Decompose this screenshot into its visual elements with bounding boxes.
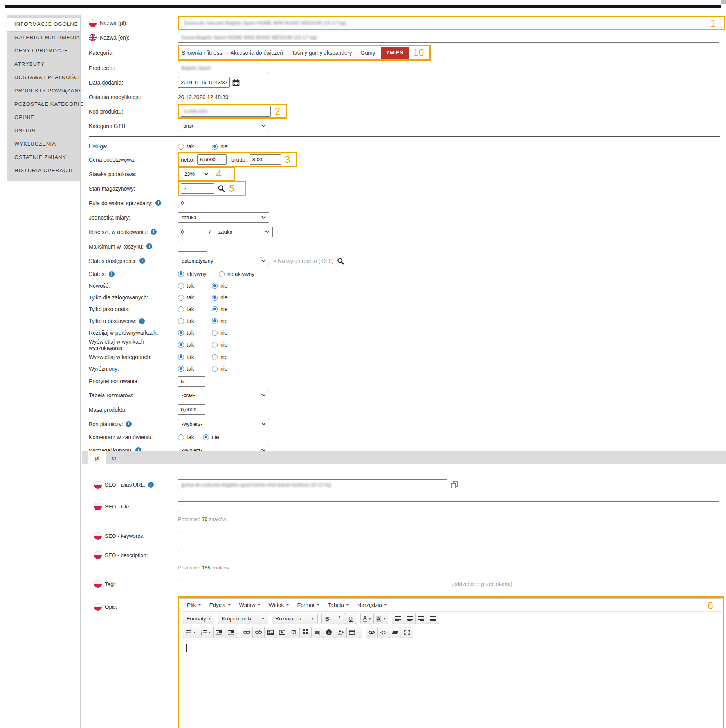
nazwa-en-input[interactable]: [178, 32, 719, 43]
nowosc-nie-radio[interactable]: [212, 283, 218, 289]
pula-input[interactable]: [178, 198, 205, 208]
blocks-grid-icon[interactable]: [299, 627, 312, 638]
stawka-select[interactable]: 23%: [181, 169, 212, 179]
align-right-icon[interactable]: [415, 613, 427, 624]
link-icon[interactable]: [241, 627, 253, 638]
sidebar-item-opinie[interactable]: OPINIE: [7, 111, 81, 124]
change-category-button[interactable]: ZMIEŃ: [381, 47, 409, 59]
editor-content-area[interactable]: [180, 639, 722, 728]
menu-format[interactable]: Format: [293, 599, 324, 612]
bold-button[interactable]: B: [321, 613, 333, 624]
status-dostepnosci-select[interactable]: automatyczny: [178, 256, 269, 266]
jednostka-select[interactable]: sztuka: [178, 212, 269, 223]
align-center-icon[interactable]: [404, 613, 416, 624]
producent-input[interactable]: [178, 63, 268, 73]
stan-input[interactable]: [181, 183, 214, 194]
sidebar-item-dostawa[interactable]: DOSTAWA I PŁATNOŚCI: [7, 71, 81, 84]
table-icon[interactable]: [346, 627, 362, 638]
seo-title-input[interactable]: [178, 501, 719, 512]
sidebar-item-wykluczenia[interactable]: WYKLUCZENIA: [7, 137, 81, 151]
scrollbar-thumb[interactable]: [721, 0, 726, 4]
info-icon[interactable]: i: [148, 482, 154, 488]
availability-search-icon[interactable]: [337, 258, 344, 265]
masa-input[interactable]: [178, 404, 205, 415]
underline-button[interactable]: U: [345, 613, 357, 624]
sidebar-item-atrybuty[interactable]: ATRYBUTY: [7, 58, 81, 71]
seo-description-input[interactable]: [178, 550, 719, 560]
brutto-input[interactable]: [250, 154, 281, 165]
info-icon[interactable]: i: [139, 258, 145, 264]
gratis-nie-radio[interactable]: [212, 306, 218, 312]
info-icon[interactable]: i: [126, 421, 132, 427]
seo-alias-input[interactable]: [178, 479, 447, 490]
menu-narzedzia[interactable]: Narzędzia: [353, 599, 391, 612]
rozbijaj-nie-radio[interactable]: [212, 330, 218, 336]
ilosc-input[interactable]: [178, 227, 205, 237]
bon-select[interactable]: -wybierz-: [178, 419, 269, 429]
wyniki-nie-radio[interactable]: [212, 342, 218, 348]
gratis-tak-radio[interactable]: [178, 306, 184, 312]
tagi-input[interactable]: [178, 579, 447, 589]
dostawcy-tak-radio[interactable]: [178, 318, 184, 324]
fullscreen-icon[interactable]: [401, 627, 413, 638]
usluga-nie-radio[interactable]: [212, 144, 218, 150]
priorytet-input[interactable]: [178, 376, 205, 387]
wyniki-tak-radio[interactable]: [178, 342, 184, 348]
numbered-list-icon[interactable]: 123: [198, 627, 214, 638]
tab-en[interactable]: en: [112, 455, 117, 461]
italic-button[interactable]: I: [333, 613, 345, 624]
calendar-icon[interactable]: [232, 79, 240, 86]
bullet-list-icon[interactable]: [183, 627, 198, 638]
status-nieaktywny-radio[interactable]: [219, 271, 225, 277]
kategorie-nie-radio[interactable]: [212, 354, 218, 360]
add-user-icon[interactable]: [335, 627, 347, 638]
copy-icon[interactable]: [450, 481, 458, 489]
komentarz-nie-radio[interactable]: [203, 434, 209, 440]
info-icon[interactable]: i: [139, 318, 145, 324]
zalogowani-tak-radio[interactable]: [178, 295, 184, 301]
kod-produktu-input[interactable]: [181, 106, 271, 117]
rozbijaj-tak-radio[interactable]: [178, 330, 184, 336]
eraser-icon[interactable]: [389, 627, 401, 638]
outdent-icon[interactable]: [213, 627, 225, 638]
menu-tabela[interactable]: Tabela: [324, 599, 353, 612]
sidebar-item-produkty-powiazane[interactable]: PRODUKTY POWIĄZANE: [7, 84, 81, 97]
nazwa-pl-input[interactable]: [181, 18, 722, 28]
kategorie-tak-radio[interactable]: [178, 354, 184, 360]
source-code-icon[interactable]: <>: [377, 627, 389, 638]
preview-eye-icon[interactable]: [366, 627, 378, 638]
menu-edycja[interactable]: Edycja: [205, 599, 235, 612]
sidebar-item-ceny[interactable]: CENY I PROMOCJE: [7, 44, 81, 58]
align-left-icon[interactable]: [392, 613, 404, 624]
info-icon[interactable]: i: [146, 243, 152, 249]
menu-wstaw[interactable]: Wstaw: [235, 599, 265, 612]
netto-input[interactable]: [197, 154, 227, 165]
seo-keywords-input[interactable]: [178, 531, 719, 541]
sidebar-item-historia-operacji[interactable]: HISTORIA OPERACJI: [7, 164, 81, 177]
sidebar-item-pozostale-kategorie[interactable]: POZOSTAŁE KATEGORIE: [7, 97, 81, 111]
formats-dropdown[interactable]: Formaty: [183, 613, 214, 624]
checkbox-icon[interactable]: ☑: [288, 627, 300, 638]
font-family-dropdown[interactable]: Krój czcionki: [218, 613, 268, 624]
stock-search-icon[interactable]: [218, 185, 225, 192]
sidebar-item-galeria[interactable]: GALERIA I MULTIMEDIA: [7, 31, 81, 44]
font-size-dropdown[interactable]: Rozmiar cz...: [272, 613, 318, 624]
text-color-button[interactable]: A: [360, 613, 374, 624]
sidebar-item-ostatnie-zmiany[interactable]: OSTATNIE ZMIANY: [7, 151, 81, 164]
media-icon[interactable]: [276, 627, 288, 638]
wyrozniony-nie-radio[interactable]: [212, 366, 218, 372]
background-color-button[interactable]: A: [373, 613, 388, 624]
wyrozniony-tak-radio[interactable]: [178, 366, 184, 372]
image-icon[interactable]: [264, 627, 276, 638]
zalogowani-nie-radio[interactable]: [212, 295, 218, 301]
info-icon[interactable]: i: [155, 200, 161, 206]
data-dodania-input[interactable]: [178, 77, 230, 88]
komentarz-tak-radio[interactable]: [178, 434, 184, 440]
kategoria-gtu-select[interactable]: -brak-: [178, 121, 269, 131]
align-justify-icon[interactable]: [427, 613, 439, 624]
indent-icon[interactable]: [225, 627, 237, 638]
nowosc-tak-radio[interactable]: [178, 283, 184, 289]
dostawcy-nie-radio[interactable]: [212, 318, 218, 324]
ilosc-unit-select[interactable]: sztuka: [214, 227, 273, 237]
tabela-select[interactable]: -brak-: [178, 390, 269, 400]
